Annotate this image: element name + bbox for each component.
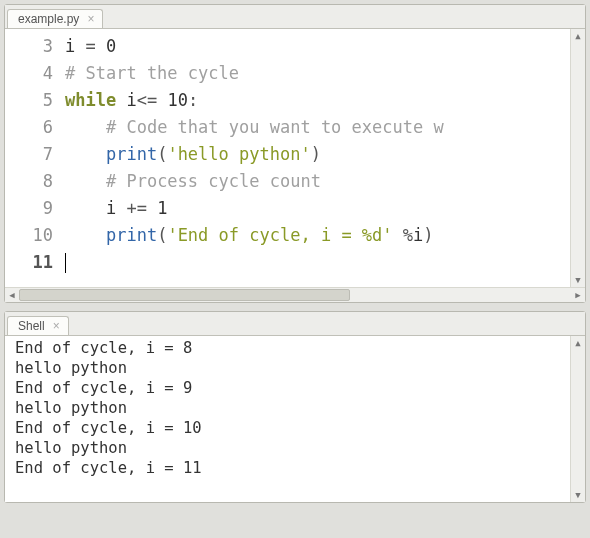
- line-number: 6: [5, 114, 53, 141]
- shell-line: End of cycle, i = 9: [15, 378, 560, 398]
- shell-line: hello python: [15, 358, 560, 378]
- code-line[interactable]: print('hello python'): [65, 141, 568, 168]
- shell-line: End of cycle, i = 8: [15, 338, 560, 358]
- line-number: 4: [5, 60, 53, 87]
- editor-tab-label: example.py: [18, 12, 79, 26]
- close-icon[interactable]: ×: [87, 13, 94, 25]
- scroll-track[interactable]: [19, 288, 571, 302]
- vertical-scrollbar[interactable]: ▲ ▼: [570, 336, 585, 502]
- code-line[interactable]: i = 0: [65, 33, 568, 60]
- editor-tab-bar: example.py ×: [5, 5, 585, 29]
- line-number: 9: [5, 195, 53, 222]
- line-number: 3: [5, 33, 53, 60]
- editor-pane: example.py × 34567891011 i = 0# Start th…: [4, 4, 586, 303]
- shell-prompt[interactable]: >>>: [15, 499, 52, 502]
- shell-output[interactable]: End of cycle, i = 8hello pythonEnd of cy…: [5, 336, 570, 502]
- horizontal-scrollbar[interactable]: ◀ ▶: [5, 287, 585, 302]
- scroll-up-icon[interactable]: ▲: [571, 336, 585, 350]
- line-number: 10: [5, 222, 53, 249]
- code-line[interactable]: # Process cycle count: [65, 168, 568, 195]
- vertical-scrollbar[interactable]: ▲ ▼: [570, 29, 585, 287]
- line-number: 7: [5, 141, 53, 168]
- close-icon[interactable]: ×: [53, 320, 60, 332]
- line-number: 11: [5, 249, 53, 276]
- code-line[interactable]: [65, 249, 568, 276]
- editor-body: 34567891011 i = 0# Start the cyclewhile …: [5, 29, 585, 287]
- code-line[interactable]: while i<= 10:: [65, 87, 568, 114]
- shell-tab[interactable]: Shell ×: [7, 316, 69, 335]
- editor-tab[interactable]: example.py ×: [7, 9, 103, 28]
- shell-body: End of cycle, i = 8hello pythonEnd of cy…: [5, 336, 585, 502]
- code-area[interactable]: i = 0# Start the cyclewhile i<= 10: # Co…: [63, 29, 570, 287]
- code-line[interactable]: # Code that you want to execute w: [65, 114, 568, 141]
- line-number: 8: [5, 168, 53, 195]
- code-line[interactable]: i += 1: [65, 195, 568, 222]
- shell-line: End of cycle, i = 11: [15, 458, 560, 478]
- scroll-left-icon[interactable]: ◀: [5, 288, 19, 302]
- scroll-right-icon[interactable]: ▶: [571, 288, 585, 302]
- shell-line: hello python: [15, 398, 560, 418]
- text-cursor: [65, 253, 66, 273]
- scroll-thumb[interactable]: [19, 289, 350, 301]
- shell-line: End of cycle, i = 10: [15, 418, 560, 438]
- code-line[interactable]: # Start the cycle: [65, 60, 568, 87]
- scroll-down-icon[interactable]: ▼: [571, 273, 585, 287]
- scroll-down-icon[interactable]: ▼: [571, 488, 585, 502]
- code-line[interactable]: print('End of cycle, i = %d' %i): [65, 222, 568, 249]
- shell-tab-label: Shell: [18, 319, 45, 333]
- line-number-gutter: 34567891011: [5, 29, 63, 287]
- scroll-up-icon[interactable]: ▲: [571, 29, 585, 43]
- shell-line: hello python: [15, 438, 560, 458]
- shell-tab-bar: Shell ×: [5, 312, 585, 336]
- shell-pane: Shell × End of cycle, i = 8hello pythonE…: [4, 311, 586, 503]
- line-number: 5: [5, 87, 53, 114]
